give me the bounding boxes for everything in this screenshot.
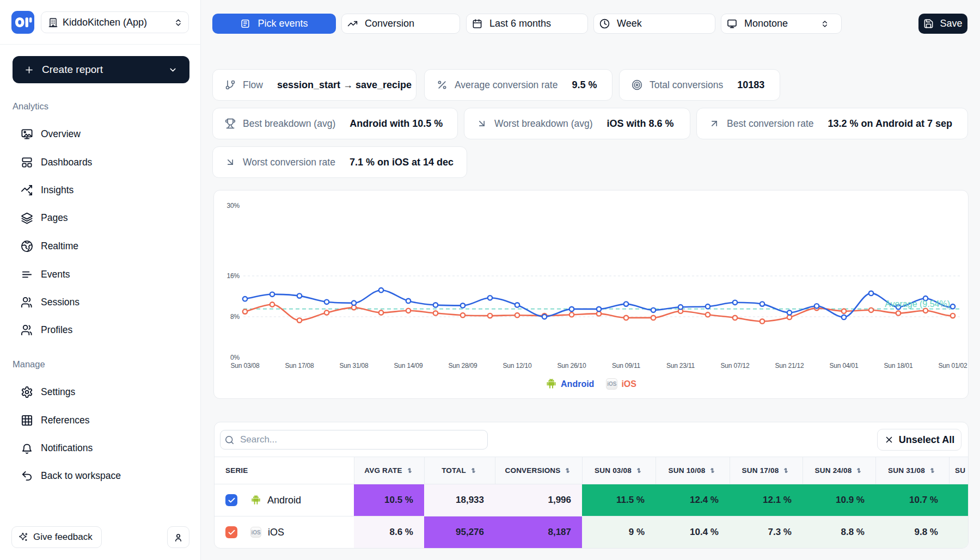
svg-text:Sun 04/01: Sun 04/01 bbox=[830, 362, 859, 370]
svg-text:Sun 09/11: Sun 09/11 bbox=[612, 362, 641, 370]
svg-text:Average (9.54%): Average (9.54%) bbox=[885, 299, 950, 309]
svg-text:0%: 0% bbox=[230, 354, 240, 361]
svg-text:Sun 28/09: Sun 28/09 bbox=[449, 362, 477, 370]
svg-text:Sun 23/11: Sun 23/11 bbox=[666, 362, 695, 370]
svg-text:Sun 07/12: Sun 07/12 bbox=[721, 362, 750, 370]
svg-text:Sun 18/01: Sun 18/01 bbox=[884, 362, 913, 370]
svg-text:16%: 16% bbox=[227, 272, 240, 280]
svg-text:Sun 12/10: Sun 12/10 bbox=[503, 362, 532, 370]
svg-text:Sun 14/09: Sun 14/09 bbox=[394, 362, 423, 370]
svg-text:Sun 26/10: Sun 26/10 bbox=[558, 362, 586, 370]
svg-text:Sun 31/08: Sun 31/08 bbox=[340, 362, 369, 370]
svg-text:Sun 01/02: Sun 01/02 bbox=[939, 362, 967, 370]
svg-text:30%: 30% bbox=[227, 202, 240, 210]
svg-text:Sun 21/12: Sun 21/12 bbox=[775, 362, 804, 370]
svg-text:Sun 17/08: Sun 17/08 bbox=[285, 362, 314, 370]
svg-text:Sun 03/08: Sun 03/08 bbox=[231, 362, 260, 370]
svg-text:8%: 8% bbox=[230, 313, 240, 321]
